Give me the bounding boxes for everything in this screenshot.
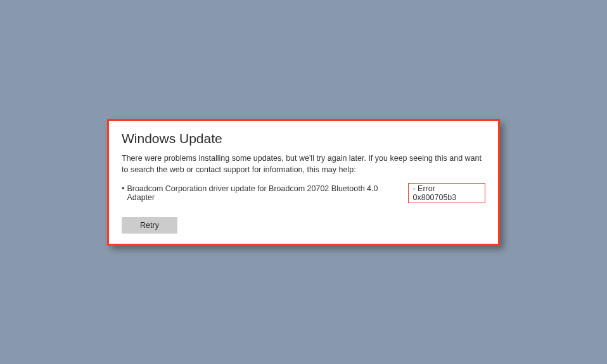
- error-sep: -: [412, 184, 418, 193]
- update-description: Broadcom Corporation driver update for B…: [127, 184, 407, 202]
- windows-update-dialog: Windows Update There were problems insta…: [107, 119, 500, 246]
- bullet-icon: •: [122, 184, 124, 193]
- dialog-title: Windows Update: [122, 131, 485, 146]
- dialog-message: There were problems installing some upda…: [122, 153, 485, 175]
- update-item-row: • Broadcom Corporation driver update for…: [122, 183, 485, 203]
- retry-button[interactable]: Retry: [122, 217, 177, 234]
- dialog-panel: Windows Update There were problems insta…: [107, 119, 500, 246]
- spacer: [122, 206, 485, 217]
- error-code-highlight: - Error 0x800705b3: [408, 183, 485, 203]
- error-code: Error 0x800705b3: [412, 184, 456, 202]
